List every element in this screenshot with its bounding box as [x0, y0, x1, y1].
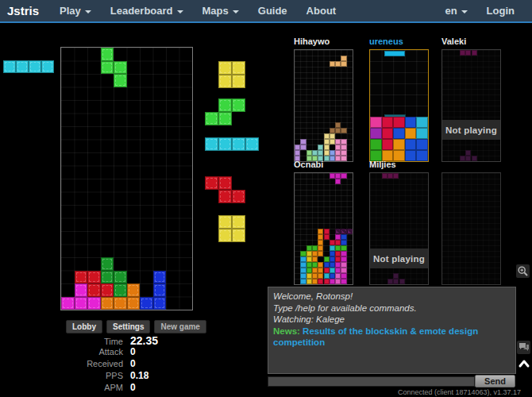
mino-cell — [341, 128, 346, 133]
mino-cell — [318, 279, 323, 284]
mino-cell — [324, 234, 330, 240]
mino-cell — [306, 273, 312, 279]
mino-cell — [335, 179, 341, 184]
mino-cell — [300, 268, 306, 273]
mino-cell — [384, 51, 405, 56]
nav-play[interactable]: Play — [50, 5, 101, 17]
settings-button[interactable]: Settings — [106, 320, 150, 333]
stat-pps: PPS0.18 — [58, 370, 201, 382]
mino-cell — [341, 229, 346, 234]
board-layer — [295, 173, 353, 284]
mino-cell — [330, 279, 335, 284]
mino-cell — [232, 190, 245, 203]
main-board — [60, 47, 193, 310]
mino-cell — [312, 245, 318, 251]
stats-panel: Time22.35 Attack0 Received0 PPS0.18 APM0 — [58, 334, 201, 394]
mino-cell — [306, 251, 312, 256]
mino-cell — [300, 273, 306, 279]
nav-language[interactable]: en — [435, 5, 476, 17]
mino-cell — [335, 122, 341, 128]
mino-cell — [61, 297, 75, 310]
stat-label: APM — [58, 383, 123, 392]
mino-cell — [382, 139, 394, 150]
mino-cell — [114, 74, 127, 87]
mino-cell — [153, 297, 167, 310]
mino-cell — [341, 245, 346, 251]
mino-cell — [232, 75, 245, 88]
nav-leaderboard[interactable]: Leaderboard — [101, 5, 193, 17]
board-layer — [442, 173, 500, 284]
mino-cell — [347, 229, 353, 234]
chat-news-message: News: Results of the blockskin & emote d… — [273, 326, 511, 349]
mino-cell — [324, 256, 330, 262]
mino-cell — [335, 251, 341, 256]
mino-cell — [341, 61, 346, 67]
zoom-icon[interactable] — [516, 264, 530, 278]
stat-time: Time22.35 — [58, 334, 201, 346]
mino-cell — [300, 145, 306, 150]
stat-value: 0.18 — [130, 370, 148, 381]
mino-cell — [218, 190, 232, 203]
mino-cell — [75, 297, 88, 310]
mino-cell — [405, 139, 417, 150]
mino-cell — [370, 128, 382, 139]
mino-cell — [330, 256, 335, 262]
new-game-button[interactable]: New game — [154, 320, 206, 333]
mino-cell — [330, 128, 335, 133]
board-layer — [442, 50, 500, 161]
navbar: Jstris Play Leaderboard Maps Guide About… — [0, 0, 532, 23]
mino-cell — [341, 262, 346, 268]
mino-cell — [335, 240, 341, 245]
mino-cell — [393, 117, 405, 128]
nav-guide[interactable]: Guide — [249, 5, 297, 17]
mino-cell — [335, 234, 341, 240]
mino-cell — [312, 251, 318, 256]
mino-cell — [153, 271, 167, 284]
stat-label: PPS — [58, 371, 123, 380]
mino-cell — [114, 271, 127, 284]
chat-input[interactable] — [268, 376, 475, 387]
nav-play-label: Play — [60, 5, 81, 17]
mino-cell — [416, 128, 428, 139]
mino-cell — [114, 283, 127, 297]
mino-cell — [324, 262, 330, 268]
mino-cell — [318, 240, 323, 245]
send-button[interactable]: Send — [475, 375, 515, 387]
mino-cell — [300, 251, 306, 256]
mino-cell — [335, 245, 341, 251]
mino-cell — [75, 271, 88, 284]
player-name: ureneus — [369, 37, 403, 47]
mino-cell — [341, 240, 346, 245]
game-buttons: Lobby Settings New game — [66, 320, 206, 333]
mino-cell — [341, 251, 346, 256]
nav-login-label: Login — [487, 5, 515, 17]
nav-login[interactable]: Login — [477, 5, 524, 17]
mino-cell — [218, 176, 232, 190]
mino-cell — [387, 173, 393, 179]
opponent-board: Not playing — [441, 49, 501, 162]
mino-cell — [306, 256, 312, 262]
mino-cell — [205, 112, 218, 125]
chevron-up-icon[interactable] — [517, 357, 530, 370]
mino-cell — [341, 173, 346, 179]
mino-cell — [205, 176, 218, 190]
mino-cell — [405, 128, 417, 139]
nav-about[interactable]: About — [297, 5, 346, 17]
mino-cell — [127, 283, 141, 297]
lobby-button[interactable]: Lobby — [66, 320, 102, 333]
mino-cell — [393, 273, 399, 279]
chat-icon[interactable] — [517, 341, 530, 354]
brand-link[interactable]: Jstris — [0, 4, 50, 17]
news-link[interactable]: Results of the blockskin & emote design … — [273, 326, 478, 348]
mino-cell — [218, 75, 232, 88]
mino-cell — [330, 150, 335, 156]
mino-cell — [324, 145, 330, 150]
mino-cell — [341, 279, 346, 284]
mino-cell — [318, 251, 323, 256]
mino-cell — [335, 61, 341, 67]
mino-cell — [318, 245, 323, 251]
mino-cell — [300, 279, 306, 284]
mino-cell — [218, 215, 232, 229]
stat-value: 22.35 — [130, 334, 158, 347]
nav-maps[interactable]: Maps — [193, 5, 249, 17]
